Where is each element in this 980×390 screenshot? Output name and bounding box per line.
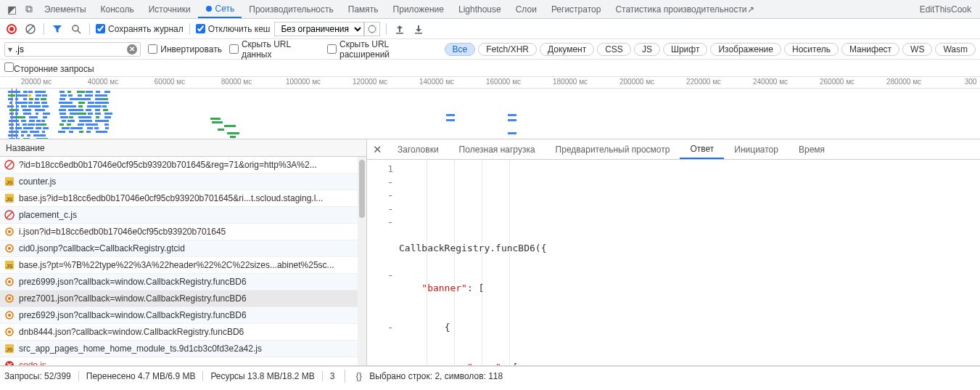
disable-cache-checkbox[interactable]: Отключить кеш [196, 24, 271, 34]
request-row[interactable]: i.json?id=b18cc6edb0b17046e0cf95cb93920b… [0, 224, 366, 240]
file-type-icon [4, 227, 15, 237]
svg-rect-7 [396, 33, 403, 34]
request-row[interactable]: cid0.jsonp?callback=CallbackRegistry.gtc… [0, 240, 366, 257]
request-name: base.js?id=b18cc6edb0b17046e0cf95cb93920… [19, 193, 362, 203]
chip-font[interactable]: Шрифт [663, 43, 707, 56]
status-line: 3 [330, 371, 335, 381]
tab-response[interactable]: Ответ [680, 139, 724, 159]
file-type-icon [4, 160, 15, 170]
timeline-tick: 180000 мс [553, 78, 588, 86]
request-name: prez6929.json?callback=window.CallbackRe… [19, 310, 362, 320]
svg-line-6 [78, 31, 81, 33]
scrollbar[interactable] [358, 157, 366, 365]
download-icon[interactable] [411, 22, 426, 36]
chip-manifest[interactable]: Манифест [841, 43, 899, 56]
chip-fetchxhr[interactable]: Fetch/XHR [478, 43, 537, 56]
throttling-select[interactable]: Без ограничения [274, 22, 364, 36]
request-row[interactable]: placement_c.js [0, 207, 366, 224]
tab-headers[interactable]: Заголовки [387, 139, 449, 159]
tab-application[interactable]: Приложение [386, 0, 451, 18]
tab-perf-insights[interactable]: Статистика производительности ↗ [608, 0, 761, 18]
upload-icon[interactable] [392, 22, 407, 36]
chip-all[interactable]: Все [445, 43, 476, 56]
clear-filter-icon[interactable]: ✕ [127, 44, 137, 54]
status-selection: Выбрано строк: 2, символов: 118 [369, 371, 503, 381]
svg-point-2 [9, 27, 14, 31]
tab-payload[interactable]: Полезная нагрузка [449, 139, 545, 159]
network-conditions-icon[interactable] [364, 22, 380, 36]
file-type-icon [4, 360, 15, 365]
tab-layers[interactable]: Слои [508, 0, 544, 18]
network-toolbar: Сохранять журнал Отключить кеш Без огран… [0, 19, 980, 39]
svg-text:JS: JS [6, 196, 12, 203]
type-filter-chips: Все Fetch/XHR Документ CSS JS Шрифт Изоб… [445, 43, 976, 56]
file-type-icon [4, 310, 15, 320]
timeline-tick: 220000 мс [686, 78, 721, 86]
request-row[interactable]: prez6929.json?callback=window.CallbackRe… [0, 307, 366, 324]
tab-console[interactable]: Консоль [94, 0, 141, 18]
tab-sources[interactable]: Источники [141, 0, 198, 18]
clear-icon[interactable] [23, 22, 38, 36]
tab-timing[interactable]: Время [788, 139, 835, 159]
name-column-header[interactable]: Название [0, 139, 366, 157]
request-row[interactable]: ?id=b18cc6edb0b17046e0cf95cb93920b701645… [0, 157, 366, 174]
response-code-viewer[interactable]: 1 ---- - - CallbackRegistry.funcBD6({ "b… [367, 160, 980, 365]
search-icon[interactable] [69, 22, 83, 36]
device-icon[interactable]: ⧉ [25, 3, 33, 15]
code-line: { [399, 321, 980, 334]
chip-ws[interactable]: WS [902, 43, 932, 56]
svg-point-0 [206, 6, 212, 12]
request-row[interactable]: prez6999.json?callback=window.CallbackRe… [0, 274, 366, 291]
hide-data-urls-checkbox[interactable]: Скрыть URL данных [229, 39, 320, 60]
tab-performance[interactable]: Производительность [242, 0, 340, 18]
request-row[interactable]: dnb8444.json?callback=window.CallbackReg… [0, 324, 366, 341]
request-row[interactable]: JSbase.js?pt=%7B%22type%22%3A%22header%2… [0, 257, 366, 274]
request-row[interactable]: JScounter.js [0, 174, 366, 190]
tab-elements[interactable]: Элементы [37, 0, 94, 18]
chip-js[interactable]: JS [634, 43, 660, 56]
scrollbar-thumb[interactable] [359, 160, 365, 218]
file-type-icon [4, 277, 15, 287]
request-name: code.js [19, 360, 362, 365]
hide-extensions-checkbox[interactable]: Скрыть URL расширений [327, 39, 437, 60]
status-bar: Запросы: 52/399 Перенесено 4.7 MB/6.9 MB… [0, 366, 980, 385]
status-transferred: Перенесено 4.7 MB/6.9 MB [86, 371, 196, 381]
timeline-overview[interactable]: 20000 мс40000 мс60000 мс80000 мс100000 м… [0, 77, 980, 139]
request-row[interactable]: prez7001.json?callback=window.CallbackRe… [0, 291, 366, 307]
timeline-tick: 20000 мс [21, 78, 52, 86]
tab-initiator[interactable]: Инициатор [724, 139, 788, 159]
preserve-log-checkbox[interactable]: Сохранять журнал [96, 24, 184, 34]
tab-preview[interactable]: Предварительный просмотр [545, 139, 680, 159]
tab-network[interactable]: Сеть [198, 0, 242, 18]
filter-input-container: ▾ ✕ [4, 42, 141, 57]
request-row[interactable]: code.js [0, 357, 366, 365]
request-list-panel: Название ?id=b18cc6edb0b17046e0cf95cb939… [0, 139, 367, 365]
braces-icon[interactable]: {} [355, 370, 362, 381]
close-icon[interactable]: ✕ [367, 139, 387, 160]
chip-img[interactable]: Изображение [710, 43, 781, 56]
request-name: prez6999.json?callback=window.CallbackRe… [19, 277, 362, 287]
filter-icon[interactable] [50, 22, 65, 36]
timeline-tick: 300 [965, 78, 977, 86]
inspect-icon[interactable]: ◩ [7, 4, 17, 15]
chip-doc[interactable]: Документ [540, 43, 594, 56]
tab-memory[interactable]: Память [341, 0, 386, 18]
file-type-icon: JS [4, 193, 15, 203]
tab-recorder[interactable]: Регистратор [544, 0, 609, 18]
svg-point-20 [8, 247, 11, 250]
timeline-tick: 240000 мс [753, 78, 788, 86]
invert-checkbox[interactable]: Инвертировать [148, 44, 222, 54]
filter-input[interactable] [15, 44, 127, 54]
chip-media[interactable]: Носитель [784, 43, 839, 56]
chip-wasm[interactable]: Wasm [935, 43, 976, 56]
record-icon[interactable] [4, 22, 19, 36]
svg-line-10 [7, 162, 12, 168]
third-party-checkbox[interactable]: Сторонние запросы [4, 62, 94, 74]
tab-lighthouse[interactable]: Lighthouse [451, 0, 508, 18]
code-line: "news": [ [399, 361, 980, 365]
request-row[interactable]: JSsrc_app_pages_home_home_module_ts.9d1c… [0, 341, 366, 357]
status-resources: Ресурсы 13.8 MB/18.2 MB [210, 371, 314, 381]
request-name: ?id=b18cc6edb0b17046e0cf95cb93920b701645… [19, 160, 362, 170]
chip-css[interactable]: CSS [597, 43, 631, 56]
request-row[interactable]: JSbase.js?id=b18cc6edb0b17046e0cf95cb939… [0, 190, 366, 207]
